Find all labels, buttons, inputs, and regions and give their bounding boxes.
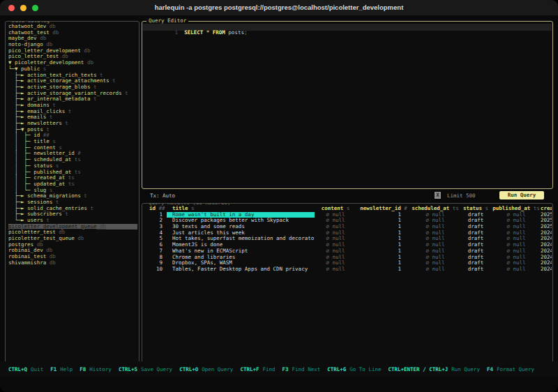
shortcut[interactable]: CTRL+OOpen Query [179, 366, 233, 372]
shortcut[interactable]: CTRL+FFind [240, 366, 275, 372]
table-cell[interactable]: ∅ null [492, 255, 541, 261]
table-cell[interactable]: 1 [356, 230, 411, 236]
limit-checkbox[interactable]: X [435, 192, 441, 199]
table-cell[interactable]: ∅ null [315, 212, 356, 218]
table-cell[interactable]: 1 [356, 260, 411, 266]
column-header[interactable]: id ## [146, 206, 167, 212]
query-editor-panel[interactable]: Query Editor 1SELECT * FROM posts; [142, 21, 553, 189]
table-cell[interactable]: Chrome and libraries [167, 255, 315, 261]
table-cell[interactable]: ∅ null [411, 236, 460, 242]
table-cell[interactable]: 3 [146, 224, 167, 230]
table-cell[interactable]: 6 [146, 242, 167, 248]
table-cell[interactable]: ∅ null [315, 266, 356, 273]
run-query-button[interactable]: Run Query [499, 191, 544, 199]
table-cell[interactable]: ∅ null [411, 212, 460, 218]
table-cell[interactable]: 10 [146, 266, 167, 273]
table-cell[interactable]: Discover packages better with Skypack [167, 218, 315, 224]
editor-active-line[interactable]: 1SELECT * FROM posts; [143, 24, 552, 31]
column-header[interactable]: content s [315, 206, 356, 212]
shortcut[interactable]: F1Help [50, 366, 73, 372]
shortcut[interactable]: F3Find Next [282, 366, 321, 372]
table-cell[interactable]: Hot takes, superfast memoization and dec… [167, 236, 315, 242]
shortcut[interactable]: F8History [80, 366, 112, 372]
table-cell[interactable]: ∅ null [315, 224, 356, 230]
sql-code[interactable]: SELECT * FROM posts; [184, 29, 247, 36]
table-cell[interactable]: ∅ null [315, 260, 356, 266]
table-cell[interactable]: 2024 [541, 266, 552, 273]
table-cell[interactable]: ∅ null [492, 224, 541, 230]
shortcut[interactable]: F4Format Query [487, 366, 534, 372]
table-cell[interactable]: 2024 [541, 248, 552, 255]
column-header[interactable]: scheduled_at ts [411, 206, 460, 212]
column-header[interactable]: crea [541, 206, 552, 212]
table-cell[interactable]: 2024 [541, 242, 552, 248]
table-cell[interactable]: 2025 [541, 218, 552, 224]
table-cell[interactable]: 1 [356, 242, 411, 248]
table-cell[interactable]: 7 [146, 248, 167, 255]
table-cell[interactable]: ∅ null [411, 218, 460, 224]
table-cell[interactable]: ∅ null [315, 230, 356, 236]
column-header[interactable]: title s [167, 206, 315, 212]
table-cell[interactable]: ∅ null [411, 266, 460, 273]
table-cell[interactable]: draft [460, 260, 492, 266]
table-cell[interactable]: 2024 [541, 236, 552, 242]
table-cell[interactable]: ∅ null [492, 212, 541, 218]
table-cell[interactable]: Tables, Faster Desktop Apps and CDN priv… [167, 266, 315, 273]
table-cell[interactable]: ∅ null [411, 248, 460, 255]
table-cell[interactable]: draft [460, 248, 492, 255]
table-cell[interactable]: ∅ null [411, 260, 460, 266]
table-cell[interactable]: ∅ null [492, 266, 541, 273]
table-cell[interactable]: 1 [356, 248, 411, 255]
column-header[interactable]: newsletter_id # [356, 206, 411, 212]
table-cell[interactable]: 1 [356, 218, 411, 224]
table-cell[interactable]: ∅ null [315, 242, 356, 248]
table-cell[interactable]: 1 [146, 212, 167, 218]
table-cell[interactable]: 2025 [541, 212, 552, 218]
table-cell[interactable]: ∅ null [315, 255, 356, 261]
table-cell[interactable]: draft [460, 255, 492, 261]
table-cell[interactable]: ∅ null [492, 242, 541, 248]
table-cell[interactable]: ∅ null [411, 230, 460, 236]
transaction-mode-label[interactable]: Tx: Auto [150, 193, 175, 199]
table-cell[interactable]: ∅ null [411, 224, 460, 230]
table-cell[interactable]: ∅ null [411, 255, 460, 261]
table-cell[interactable]: draft [460, 266, 492, 273]
table-cell[interactable]: ∅ null [315, 236, 356, 242]
catalog-item[interactable]: shivammishra db [8, 260, 137, 266]
table-cell[interactable]: ∅ null [315, 248, 356, 255]
table-cell[interactable]: Rome wasn't built in a day [167, 212, 315, 218]
table-cell[interactable]: 9 [146, 260, 167, 266]
table-cell[interactable]: ∅ null [411, 242, 460, 248]
shortcut[interactable]: CTRL+ENTER / CTRL+JRun Query [388, 366, 479, 372]
table-cell[interactable]: 8 [146, 255, 167, 261]
table-cell[interactable]: draft [460, 224, 492, 230]
table-cell[interactable]: ∅ null [315, 218, 356, 224]
table-cell[interactable]: ∅ null [492, 260, 541, 266]
column-header[interactable]: status s [460, 206, 492, 212]
table-cell[interactable]: draft [460, 230, 492, 236]
table-cell[interactable]: What's new in ECMAScript [167, 248, 315, 255]
table-cell[interactable]: 1 [356, 236, 411, 242]
table-cell[interactable]: ∅ null [492, 218, 541, 224]
table-cell[interactable]: draft [460, 212, 492, 218]
column-header[interactable]: published_at ts [492, 206, 541, 212]
table-cell[interactable]: 4 [146, 230, 167, 236]
table-cell[interactable]: 1 [356, 212, 411, 218]
table-cell[interactable]: draft [460, 236, 492, 242]
table-cell[interactable]: ∅ null [492, 248, 541, 255]
table-cell[interactable]: 1 [356, 255, 411, 261]
table-cell[interactable]: 2024 [541, 260, 552, 266]
shortcut[interactable]: CTRL+QQuit [8, 366, 43, 372]
table-cell[interactable]: Dropbox, SPAs, WASM [167, 260, 315, 266]
shortcut[interactable]: CTRL+SSave Query [119, 366, 172, 372]
table-cell[interactable]: 1 [356, 266, 411, 273]
table-cell[interactable]: 1 [356, 224, 411, 230]
table-cell[interactable]: MomentJS is done [167, 242, 315, 248]
table-cell[interactable]: Just articles this week [167, 230, 315, 236]
table-cell[interactable]: 2024 [541, 255, 552, 261]
table-cell[interactable]: draft [460, 242, 492, 248]
table-cell[interactable]: 30 texts and some reads [167, 224, 315, 230]
table-cell[interactable]: ∅ null [492, 236, 541, 242]
table-cell[interactable]: draft [460, 218, 492, 224]
table-cell[interactable]: 2024 [541, 230, 552, 236]
